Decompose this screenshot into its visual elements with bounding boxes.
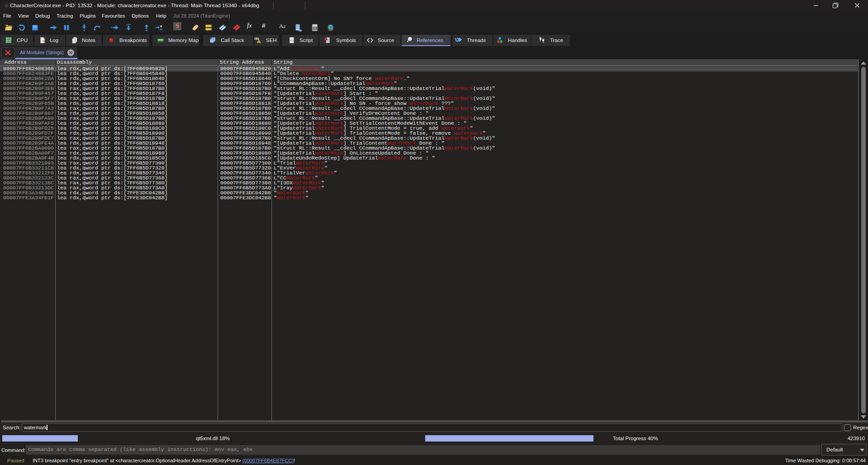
svg-text:64: 64 (7, 38, 10, 42)
svg-text:<>: <> (290, 39, 294, 42)
